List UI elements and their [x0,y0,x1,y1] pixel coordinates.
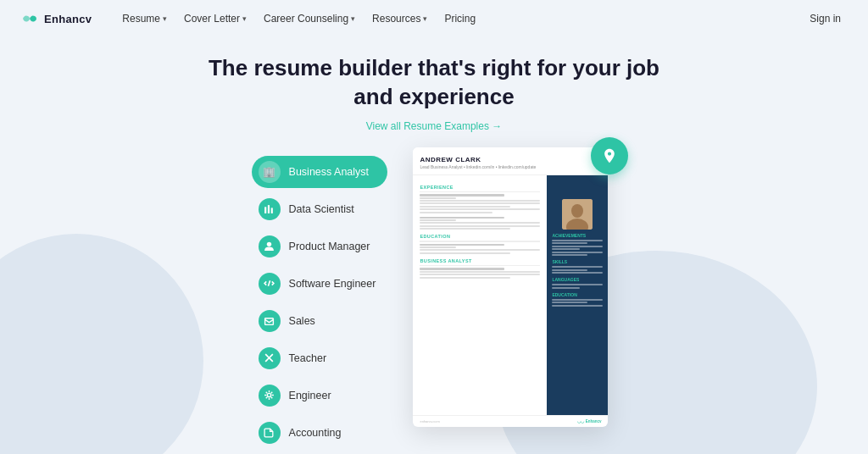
brand-name: Enhancv [44,13,92,25]
svg-point-8 [267,393,270,396]
skills-title: SKILLS [552,259,603,264]
hero-section: The resume builder that's right for your… [0,37,868,132]
resume-body: EXPERIENCE [413,175,608,415]
business-entry [420,268,540,279]
job-title-line [420,194,504,197]
job-title-line [420,217,504,219]
resume-left-column: EXPERIENCE [413,175,547,415]
languages-title: LANGUAGES [552,277,603,282]
accounting-icon [259,422,281,444]
nav-resume[interactable]: Resume ▾ [115,9,174,28]
engineer-icon [259,385,281,407]
navigation: Enhancv Resume ▾ Cover Letter ▾ Career C… [0,0,868,37]
svg-rect-5 [265,318,274,325]
job-item-software-engineer[interactable]: Software Engineer [252,268,388,300]
resume-footer-url: enhancv.com [420,419,440,424]
nav-links: Resume ▾ Cover Letter ▾ Career Counselin… [115,9,803,28]
chevron-down-icon: ▾ [163,14,167,23]
job-item-teacher[interactable]: Teacher [252,342,388,374]
teacher-icon [259,347,281,369]
section-divider [420,191,540,193]
svg-point-15 [571,204,583,218]
job-item-data-scientist[interactable]: Data Scientist [252,193,388,225]
resume-photo [562,199,593,230]
business-section-title: BUSINESS ANALYST [420,258,540,263]
resume-footer: enhancv.com ◡◡ Enhancv [413,415,608,427]
chevron-down-icon: ▾ [242,14,247,23]
education-section-title: EDUCATION [420,234,540,239]
job-item-product-manager[interactable]: Product Manager [252,230,388,263]
education-right-title: EDUCATION [552,292,603,297]
hero-title: The resume builder that's right for your… [209,54,659,112]
job-date [420,219,456,221]
svg-rect-1 [268,205,270,213]
view-examples-link[interactable]: View all Resume Examples → [366,120,503,132]
sales-icon [259,310,281,332]
nav-pricing[interactable]: Pricing [437,9,482,28]
education-entry-1 [420,244,540,254]
resume-card: ANDREW CLARK Lead Business Analyst • lin… [413,147,608,427]
brand-logo[interactable]: Enhancv [20,13,92,25]
section-divider [420,265,540,267]
chevron-down-icon: ▾ [423,14,427,23]
nav-career-counseling[interactable]: Career Counseling ▾ [257,9,362,28]
job-category-list: 🏢 Business Analyst Data Scientist Produc… [252,147,388,454]
nav-cover-letter[interactable]: Cover Letter ▾ [177,9,253,28]
product-manager-icon [259,235,281,257]
nav-resources[interactable]: Resources ▾ [365,9,434,28]
data-scientist-icon [259,198,281,220]
job-item-business-analyst[interactable]: 🏢 Business Analyst [252,156,388,188]
svg-point-3 [267,242,271,246]
job-entry-1 [420,194,540,213]
job-item-engineer[interactable]: Engineer [252,379,388,412]
resume-action-button[interactable] [591,137,628,174]
section-divider [420,241,540,242]
experience-section-title: EXPERIENCE [420,185,540,190]
resume-header: ANDREW CLARK Lead Business Analyst • lin… [413,147,608,175]
svg-rect-0 [264,207,266,213]
job-entry-2 [420,217,540,230]
svg-line-4 [268,280,270,286]
job-date [420,197,456,199]
resume-preview: ANDREW CLARK Lead Business Analyst • lin… [413,147,616,427]
resume-right-column: ACHIEVEMENTS SKILLS LANGUAGES EDUCATION [547,175,608,415]
resume-footer-brand: ◡◡ Enhancv [577,419,601,424]
svg-rect-2 [271,208,273,214]
business-analyst-icon: 🏢 [259,161,281,183]
job-item-accounting[interactable]: Accounting [252,417,388,449]
software-engineer-icon [259,273,281,295]
achievements-title: ACHIEVEMENTS [552,233,603,238]
job-item-sales[interactable]: Sales [252,305,388,337]
signin-button[interactable]: Sign in [803,9,848,28]
chevron-down-icon: ▾ [351,14,355,23]
content-section: 🏢 Business Analyst Data Scientist Produc… [0,147,868,454]
